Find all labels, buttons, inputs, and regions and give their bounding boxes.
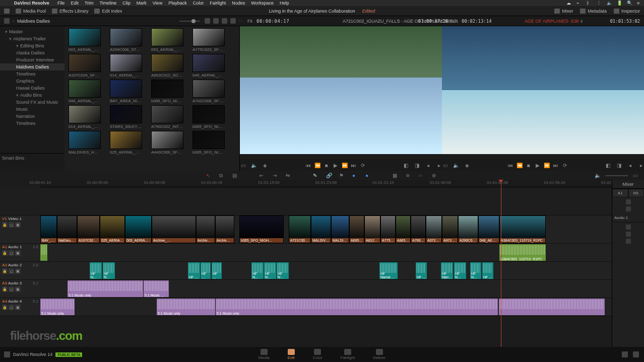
source-frame[interactable] bbox=[240, 26, 442, 154]
media-clip[interactable]: b005_SFO_NIGHT_LIGH… bbox=[192, 105, 225, 129]
video-clip[interactable]: b005_SFO_NIGH… bbox=[239, 215, 284, 243]
timeline-opts-icon[interactable]: ▭ bbox=[633, 173, 639, 179]
media-clip[interactable]: MALDIVES_HALF_IN_HA… bbox=[69, 131, 101, 155]
menu-file[interactable]: File bbox=[57, 1, 65, 6]
video-clip[interactable]: MALDIV… bbox=[311, 215, 331, 243]
marker-add2-icon[interactable]: ⊕ bbox=[432, 173, 438, 179]
media-clip[interactable]: b005_SFO_NIGHT_LIGH… bbox=[151, 80, 183, 103]
menu-nodes[interactable]: Nodes bbox=[232, 1, 245, 6]
stop-icon[interactable] bbox=[324, 162, 330, 168]
media-clip[interactable]: STARS_MILKYWAY bbox=[110, 105, 142, 129]
audio-clip[interactable] bbox=[40, 244, 47, 261]
video-clip[interactable]: A790C… bbox=[411, 215, 426, 243]
marker-blue-icon[interactable]: ● bbox=[352, 173, 358, 179]
app-menu[interactable]: DaVinci Resolve bbox=[14, 1, 49, 6]
bluetooth-icon[interactable]: ᛒ bbox=[587, 1, 592, 6]
link-icon[interactable]: 🔗 bbox=[326, 173, 332, 179]
media-clip[interactable]: 048_AERIAL_KENYA_07… bbox=[192, 54, 225, 78]
media-clip[interactable]: 025_AERIAL_ALASKA_S… bbox=[110, 131, 142, 155]
step-fwd-icon[interactable] bbox=[342, 162, 348, 168]
track-lane-A3[interactable]: 5.1 Music only5.1 Music … bbox=[40, 280, 612, 298]
project-settings-icon[interactable] bbox=[622, 351, 628, 357]
stop-icon[interactable] bbox=[526, 162, 532, 168]
media-clip[interactable]: A663C012_SOUTH_POL… bbox=[151, 54, 183, 78]
audio-clip[interactable]: HF … bbox=[416, 262, 427, 279]
marker-add-icon[interactable]: ○ bbox=[419, 173, 425, 179]
list-view-icon[interactable] bbox=[222, 18, 227, 24]
video-clip[interactable]: A167C024_SF… bbox=[77, 215, 100, 243]
effects-library-button[interactable]: Effects Library bbox=[52, 9, 88, 14]
flag-icon[interactable]: ⚑ bbox=[339, 173, 345, 179]
page-edit[interactable]: Edit bbox=[288, 349, 295, 360]
menu-clip[interactable]: Clip bbox=[122, 1, 131, 6]
lock-icon[interactable]: 🔒 bbox=[2, 222, 8, 228]
prev-clip-icon[interactable]: ◂ bbox=[425, 162, 431, 168]
video-clip[interactable]: BAY_A… bbox=[40, 215, 57, 243]
menu-color[interactable]: Color bbox=[193, 1, 204, 6]
zoom-slider[interactable] bbox=[606, 175, 628, 176]
mark-in-icon[interactable] bbox=[605, 162, 611, 168]
audio-clip[interactable]: 5.1 Music only bbox=[216, 299, 498, 315]
bin-airplanes[interactable]: ▾Airplanes Trailer bbox=[0, 35, 65, 42]
bin-alaska[interactable]: Alaska Dailies bbox=[0, 49, 65, 56]
thumb-view-icon[interactable] bbox=[213, 18, 219, 24]
media-clip[interactable]: 014_AERIAL_SFO_02 bbox=[69, 105, 101, 129]
mixer-solo-icon[interactable] bbox=[626, 225, 631, 230]
bin-hawaii[interactable]: Hawaii Dailies bbox=[0, 85, 65, 92]
loop-icon[interactable] bbox=[360, 162, 366, 168]
jog-bar[interactable] bbox=[442, 154, 644, 159]
mute-icon[interactable]: ▣ bbox=[15, 250, 21, 256]
viewmode-icon[interactable]: ▭ bbox=[240, 162, 246, 168]
bin-master[interactable]: ▾Master bbox=[0, 28, 65, 35]
audio-clip[interactable]: HF N… bbox=[277, 262, 289, 279]
auto-icon[interactable]: ◻ bbox=[9, 222, 14, 228]
match-frame-icon[interactable]: ◈ bbox=[464, 162, 470, 168]
preferences-icon[interactable] bbox=[633, 351, 639, 357]
audio-clip[interactable]: HF N… bbox=[454, 262, 466, 279]
audio-clip[interactable]: HF N… bbox=[264, 262, 276, 279]
media-clip[interactable]: A167C024_SFO_RAMP… bbox=[69, 54, 101, 78]
media-clip[interactable]: A299C006_ST_MAARTE… bbox=[110, 28, 142, 52]
sort-icon[interactable] bbox=[205, 18, 210, 24]
lock-icon[interactable]: 🔒 bbox=[2, 305, 8, 310]
audio-clip[interactable]: HF Narr… bbox=[441, 262, 453, 279]
loop-icon[interactable] bbox=[562, 162, 568, 168]
mute-icon[interactable]: ▣ bbox=[15, 268, 21, 274]
next-clip-icon[interactable]: ▸ bbox=[436, 162, 442, 168]
video-clip[interactable]: A695CD… bbox=[349, 215, 364, 243]
selection-tool-icon[interactable]: ↖ bbox=[206, 173, 212, 179]
mixer-ch-a1[interactable]: A1 bbox=[612, 189, 628, 197]
audio-clip[interactable]: 5.1 Music only bbox=[40, 299, 75, 315]
menu-mark[interactable]: Mark bbox=[137, 1, 147, 6]
menu-playback[interactable]: Playback bbox=[168, 1, 187, 6]
audio-clip[interactable]: A384C003_110719_R1PC bbox=[499, 244, 546, 261]
media-clip[interactable]: 053_AERIAL_KENYA_YE… bbox=[151, 28, 183, 52]
step-fwd-icon[interactable] bbox=[544, 162, 550, 168]
track-lane-A2[interactable]: HF N…HF N…HF …HF …HF …HF N…HF N…HF N…HF … bbox=[40, 262, 612, 280]
video-clip[interactable]: 048_AE… bbox=[478, 215, 499, 243]
media-clip[interactable]: A790C022_INT_TERMIN… bbox=[151, 105, 183, 129]
video-clip[interactable]: Archive_… bbox=[152, 215, 196, 243]
marker-blue2-icon[interactable]: ● bbox=[365, 173, 371, 179]
track-lane-A4[interactable]: 5.1 Music only5.1 Music only5.1 Music on… bbox=[40, 298, 612, 316]
lock-icon[interactable]: 🔒 bbox=[2, 268, 8, 274]
home-icon[interactable] bbox=[4, 351, 10, 357]
first-frame-icon[interactable] bbox=[305, 162, 311, 168]
match-frame-icon[interactable]: ◈ bbox=[262, 162, 268, 168]
audio-clip[interactable]: HF N… bbox=[103, 262, 115, 279]
video-clip[interactable]: A775C0… bbox=[380, 215, 396, 243]
auto-icon[interactable]: ◻ bbox=[9, 305, 14, 310]
edit-index-button[interactable]: Edit Index bbox=[94, 9, 122, 14]
page-deliver[interactable]: Deliver bbox=[373, 349, 385, 360]
menu-trim[interactable]: Trim bbox=[85, 1, 94, 6]
menu-fairlight[interactable]: Fairlight bbox=[210, 1, 226, 6]
play-icon[interactable] bbox=[333, 162, 339, 168]
track-head-A2[interactable]: A2 Audio 2 2.0🔒◻▣ bbox=[0, 262, 40, 280]
media-clip[interactable]: 014_AERIAL_SFO bbox=[110, 54, 142, 78]
auto-icon[interactable]: ◻ bbox=[9, 250, 14, 256]
playhead[interactable] bbox=[501, 180, 501, 347]
mark-out-icon[interactable]: ◨ bbox=[414, 162, 420, 168]
blade-edit-icon[interactable]: ✎ bbox=[313, 173, 319, 179]
thumb-size-slider[interactable] bbox=[179, 21, 200, 22]
timeline-ruler[interactable]: 01:00:41:1601:00:50:0001:00:58:0801:01:0… bbox=[40, 180, 612, 187]
